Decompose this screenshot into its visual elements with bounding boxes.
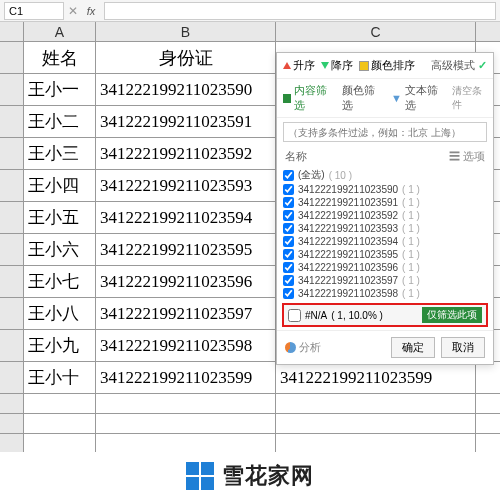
cell[interactable]	[96, 414, 276, 433]
funnel-icon	[283, 94, 291, 103]
snowflake-logo-icon	[186, 462, 214, 490]
cell[interactable]: 王小二	[24, 106, 96, 137]
cell[interactable]: 341222199211023595	[96, 234, 276, 265]
cell[interactable]: 王小六	[24, 234, 96, 265]
filter-checkbox-item[interactable]: 341222199211023591( 1 )	[283, 196, 487, 209]
cell[interactable]: 341222199211023599	[96, 362, 276, 393]
checkbox[interactable]	[283, 223, 294, 234]
advanced-mode-toggle[interactable]: 高级模式✓	[431, 58, 487, 73]
cell[interactable]	[276, 434, 476, 453]
row-header[interactable]	[0, 106, 24, 137]
col-header-c[interactable]: C	[276, 22, 476, 41]
cell[interactable]: 341222199211023599	[276, 362, 476, 393]
name-box[interactable]	[4, 2, 64, 20]
cell[interactable]	[96, 434, 276, 453]
row-header[interactable]	[0, 362, 24, 393]
col-header-b[interactable]: B	[96, 22, 276, 41]
list-options-link[interactable]: ☰ 选项	[449, 149, 485, 164]
filter-checkbox-item[interactable]: 341222199211023590( 1 )	[283, 183, 487, 196]
checkbox[interactable]	[283, 262, 294, 273]
row-header[interactable]	[0, 298, 24, 329]
cell[interactable]	[276, 414, 476, 433]
checkbox[interactable]	[283, 210, 294, 221]
filter-checkbox-item[interactable]: 341222199211023594( 1 )	[283, 235, 487, 248]
sort-desc-button[interactable]: 降序	[321, 58, 353, 73]
cell[interactable]: 341222199211023590	[96, 74, 276, 105]
color-sort-button[interactable]: 颜色排序	[359, 58, 415, 73]
arrow-up-icon	[283, 62, 291, 69]
tab-content-filter[interactable]: 内容筛选	[283, 83, 332, 113]
select-all-corner[interactable]	[0, 22, 24, 41]
pie-chart-icon	[285, 342, 296, 353]
checkbox[interactable]	[283, 170, 294, 181]
watermark-footer: 雪花家网	[0, 452, 500, 500]
cancel-icon[interactable]: ✕	[68, 4, 78, 18]
row-header[interactable]	[0, 414, 24, 433]
filter-checkbox-item[interactable]: 341222199211023598( 1 )	[283, 287, 487, 300]
row-header[interactable]	[0, 74, 24, 105]
cell[interactable]	[24, 414, 96, 433]
filter-search-input[interactable]	[283, 122, 487, 142]
color-swatch-icon	[359, 61, 369, 71]
cell[interactable]: 王小八	[24, 298, 96, 329]
row-header[interactable]	[0, 234, 24, 265]
clear-conditions-link[interactable]: 清空条件	[452, 84, 487, 112]
filter-checkbox-item[interactable]: 341222199211023597( 1 )	[283, 274, 487, 287]
sort-asc-button[interactable]: 升序	[283, 58, 315, 73]
filter-checkbox-item[interactable]: 341222199211023596( 1 )	[283, 261, 487, 274]
cell[interactable]: 341222199211023593	[96, 170, 276, 201]
filter-checkbox-item[interactable]: 341222199211023593( 1 )	[283, 222, 487, 235]
row-header[interactable]	[0, 202, 24, 233]
cell[interactable]	[96, 394, 276, 413]
list-header-name: 名称	[285, 149, 307, 164]
row-header[interactable]	[0, 394, 24, 413]
cell[interactable]: 341222199211023598	[96, 330, 276, 361]
cell[interactable]	[276, 394, 476, 413]
checkbox[interactable]	[283, 275, 294, 286]
cell[interactable]: 王小五	[24, 202, 96, 233]
arrow-down-icon	[321, 62, 329, 69]
row-header[interactable]	[0, 170, 24, 201]
checkbox[interactable]	[288, 309, 301, 322]
formula-input[interactable]	[104, 2, 496, 20]
brand-text: 雪花家网	[222, 461, 314, 491]
checkbox[interactable]	[283, 184, 294, 195]
row-header[interactable]	[0, 42, 24, 73]
tab-text-filter[interactable]: ▼文本筛选	[391, 83, 442, 113]
cell[interactable]: 王小一	[24, 74, 96, 105]
col-header-a[interactable]: A	[24, 22, 96, 41]
cell[interactable]: 王小十	[24, 362, 96, 393]
header-cell-name[interactable]: 姓名	[24, 42, 96, 73]
checkbox[interactable]	[283, 236, 294, 247]
filter-only-button[interactable]: 仅筛选此项	[422, 307, 482, 323]
cell[interactable]: 341222199211023594	[96, 202, 276, 233]
select-all-checkbox[interactable]: (全选)( 10 )	[283, 167, 487, 183]
cell[interactable]: 341222199211023591	[96, 106, 276, 137]
cell[interactable]: 341222199211023592	[96, 138, 276, 169]
row-header[interactable]	[0, 330, 24, 361]
cancel-button[interactable]: 取消	[441, 337, 485, 358]
cell[interactable]: 王小七	[24, 266, 96, 297]
tab-color-filter[interactable]: 颜色筛选	[342, 83, 381, 113]
cell[interactable]: 王小九	[24, 330, 96, 361]
filter-checkbox-item[interactable]: 341222199211023595( 1 )	[283, 248, 487, 261]
cell[interactable]: 王小四	[24, 170, 96, 201]
checkbox[interactable]	[283, 197, 294, 208]
cell[interactable]: 341222199211023597	[96, 298, 276, 329]
ok-button[interactable]: 确定	[391, 337, 435, 358]
cell[interactable]: 王小三	[24, 138, 96, 169]
fx-button[interactable]: fx	[82, 2, 100, 20]
check-icon: ✓	[478, 59, 487, 72]
highlighted-filter-item[interactable]: #N/A ( 1, 10.0% ) 仅筛选此项	[282, 303, 488, 327]
cell[interactable]	[24, 394, 96, 413]
analyze-button[interactable]: 分析	[285, 340, 321, 355]
header-cell-id[interactable]: 身份证	[96, 42, 276, 73]
checkbox[interactable]	[283, 288, 294, 299]
row-header[interactable]	[0, 138, 24, 169]
row-header[interactable]	[0, 266, 24, 297]
row-header[interactable]	[0, 434, 24, 453]
filter-checkbox-item[interactable]: 341222199211023592( 1 )	[283, 209, 487, 222]
cell[interactable]: 341222199211023596	[96, 266, 276, 297]
cell[interactable]	[24, 434, 96, 453]
checkbox[interactable]	[283, 249, 294, 260]
